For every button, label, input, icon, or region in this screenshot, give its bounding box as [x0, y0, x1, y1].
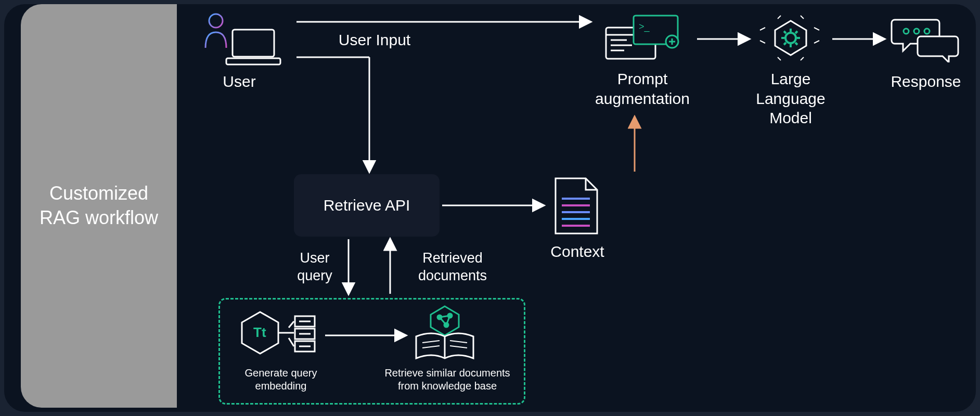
user-input-label: User Input	[323, 30, 427, 50]
svg-line-53	[450, 346, 467, 348]
sidebar-title: Customized RAG workflow	[31, 181, 166, 230]
generate-embedding-label: Generate query embedding	[224, 367, 338, 393]
svg-point-24	[914, 29, 919, 34]
svg-rect-2	[226, 58, 280, 64]
svg-line-52	[450, 341, 467, 343]
svg-marker-42	[431, 306, 459, 335]
user-label: User	[208, 72, 270, 92]
user-query-label: User query	[283, 250, 346, 285]
svg-line-21	[784, 43, 786, 45]
retrieve-api-label: Retrieve API	[324, 197, 410, 214]
svg-point-25	[924, 29, 930, 34]
llm-label: Large Language Model	[739, 69, 843, 128]
svg-line-22	[795, 31, 797, 33]
svg-point-0	[209, 14, 223, 28]
retrieve-api-box: Retrieve API	[294, 174, 440, 237]
prompt-augmentation-label: Prompt augmentation	[575, 69, 710, 108]
svg-marker-13	[775, 21, 806, 55]
svg-line-41	[289, 338, 294, 346]
svg-line-20	[795, 43, 797, 45]
embedding-icon: Tt	[237, 307, 323, 364]
svg-text:>_: >_	[639, 21, 650, 32]
svg-line-19	[784, 31, 786, 33]
svg-point-14	[785, 33, 796, 43]
svg-point-23	[904, 29, 909, 34]
context-label: Context	[541, 242, 614, 262]
sidebar-title-panel: Customized RAG workflow	[21, 4, 177, 408]
response-label: Response	[882, 72, 970, 92]
retrieved-docs-label: Retrieved documents	[395, 250, 510, 285]
knowledge-book-icon	[411, 304, 479, 364]
svg-line-48	[440, 317, 446, 325]
svg-text:Tt: Tt	[253, 324, 266, 340]
svg-rect-1	[233, 30, 274, 57]
svg-line-51	[422, 346, 440, 348]
retrieve-kb-label: Retrieve similar documents from knowledg…	[375, 367, 520, 393]
prompt-augmentation-icon: >_	[603, 13, 681, 62]
user-icon	[200, 11, 286, 71]
context-document-icon	[551, 175, 601, 237]
svg-line-50	[422, 341, 440, 343]
response-icon	[889, 16, 962, 62]
llm-icon	[757, 15, 824, 61]
svg-line-40	[289, 321, 294, 328]
